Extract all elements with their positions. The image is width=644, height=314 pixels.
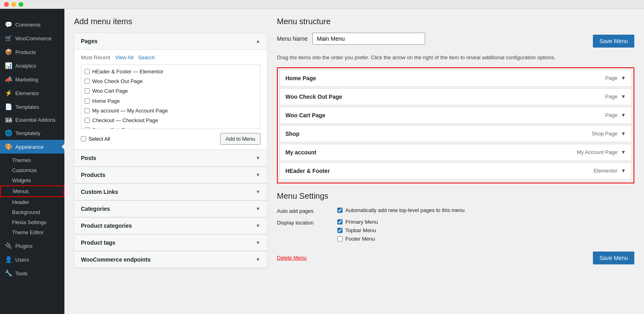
- menu-item-checkout: Woo Check Out Page Page ▼: [279, 88, 632, 105]
- sidebar-item-templates[interactable]: 📄 Templates: [0, 100, 64, 114]
- footer-menu-row[interactable]: Footer Menu: [337, 236, 378, 242]
- save-menu-button-top[interactable]: Save Menu: [593, 35, 634, 48]
- sidebar-sub-menus[interactable]: Menus: [0, 185, 64, 197]
- posts-panel-header[interactable]: Posts ▼: [74, 150, 267, 166]
- sidebar-sub-theme-editor[interactable]: Theme Editor: [0, 227, 64, 237]
- sidebar-sub-background[interactable]: Background: [0, 207, 64, 217]
- categories-chevron-icon: ▼: [256, 206, 260, 212]
- sidebar-item-templately[interactable]: 🌐 Templately: [0, 126, 64, 140]
- product-tags-chevron-icon: ▼: [256, 240, 260, 245]
- page-checkbox-5[interactable]: [85, 118, 90, 123]
- menu-item-myaccount-chevron[interactable]: ▼: [621, 149, 626, 155]
- pages-panel-header[interactable]: Pages ▲: [74, 33, 267, 50]
- woocommerce-endpoints-panel-header[interactable]: WooCommerce endpoints ▼: [74, 252, 267, 268]
- menu-item-checkout-right: Page ▼: [605, 94, 626, 100]
- primary-menu-row[interactable]: Primary Menu: [337, 219, 378, 225]
- close-button[interactable]: [4, 2, 9, 7]
- page-item-6[interactable]: Cart — Cart Page: [85, 127, 257, 129]
- tab-search[interactable]: Search: [138, 54, 155, 60]
- topbar-menu-row[interactable]: Topbar Menu: [337, 227, 378, 233]
- tab-most-recent[interactable]: Most Recent: [81, 54, 110, 60]
- auto-add-pages-checkbox[interactable]: [337, 208, 343, 213]
- sidebar-sub-widgets[interactable]: Widgets: [0, 175, 64, 185]
- woocommerce-endpoints-chevron-icon: ▼: [256, 257, 260, 262]
- sidebar-item-comments[interactable]: 💬 Comments: [0, 18, 64, 31]
- product-tags-panel-header[interactable]: Product tags ▼: [74, 235, 267, 251]
- main-content: Add menu items Pages ▲ Most Recent View …: [64, 0, 644, 314]
- footer-row: Delete Menu Save Menu: [277, 247, 634, 269]
- sidebar-arrow: [62, 143, 64, 150]
- topbar-menu-label: Topbar Menu: [345, 227, 376, 233]
- maximize-button[interactable]: [19, 2, 23, 7]
- menu-name-input[interactable]: [312, 33, 425, 45]
- sidebar-sub-themes[interactable]: Themes: [0, 155, 64, 165]
- menu-item-header-footer-chevron[interactable]: ▼: [621, 168, 626, 174]
- page-checkbox-3[interactable]: [85, 98, 90, 104]
- add-to-menu-button[interactable]: Add to Menu: [220, 133, 260, 145]
- menu-item-myaccount-type: My Account Page: [577, 149, 617, 155]
- pages-checkbox-list: HEader & Footer — Elementor Woo Check Ou…: [81, 64, 260, 129]
- menu-item-cart-chevron[interactable]: ▼: [621, 112, 626, 118]
- page-item-1[interactable]: Woo Check Out Page: [85, 78, 257, 85]
- sidebar-item-analytics[interactable]: 📊 Analytics: [0, 59, 64, 73]
- primary-menu-checkbox[interactable]: [337, 219, 343, 225]
- page-checkbox-0[interactable]: [85, 69, 90, 74]
- page-item-4[interactable]: My account — My Account Page: [85, 107, 257, 114]
- menu-item-header-footer-right: Elementor ▼: [594, 168, 626, 174]
- product-categories-panel: Product categories ▼: [74, 218, 267, 235]
- templates-icon: 📄: [5, 103, 12, 110]
- page-checkbox-6[interactable]: [85, 127, 90, 129]
- posts-panel: Posts ▼: [74, 150, 267, 167]
- topbar-menu-checkbox[interactable]: [337, 228, 343, 233]
- sidebar-item-products[interactable]: 📦 Products: [0, 45, 64, 59]
- plugins-icon: 🔌: [5, 242, 12, 250]
- woocommerce-endpoints-panel: WooCommerce endpoints ▼: [74, 252, 267, 268]
- sidebar-item-users[interactable]: 👤 Users: [0, 253, 64, 266]
- sidebar-item-plugins[interactable]: 🔌 Plugins: [0, 239, 64, 253]
- page-checkbox-2[interactable]: [85, 88, 90, 94]
- delete-menu-link[interactable]: Delete Menu: [277, 255, 307, 261]
- products-panel-label: Products: [81, 172, 105, 178]
- page-checkbox-4[interactable]: [85, 108, 90, 113]
- page-item-3[interactable]: Home Page: [85, 98, 257, 105]
- tab-view-all[interactable]: View All: [115, 54, 133, 60]
- sidebar-item-essential-addons[interactable]: EA Essential Addons: [0, 114, 64, 126]
- minimize-button[interactable]: [11, 2, 16, 7]
- sidebar-item-tools[interactable]: 🔧 Tools: [0, 266, 64, 280]
- page-item-5[interactable]: Checkout — Checkout Page: [85, 117, 257, 124]
- menu-item-checkout-chevron[interactable]: ▼: [621, 94, 626, 100]
- menu-item-home-chevron[interactable]: ▼: [621, 75, 626, 81]
- product-tags-panel-label: Product tags: [81, 239, 116, 246]
- menu-name-label: Menu Name: [277, 35, 308, 42]
- menu-item-home-label: Home Page: [285, 75, 316, 81]
- sidebar-item-marketing[interactable]: 📣 Marketing: [0, 73, 64, 86]
- menu-item-home-right: Page ▼: [605, 75, 626, 81]
- custom-links-panel-header[interactable]: Custom Links ▼: [74, 184, 267, 200]
- sidebar-sub-customize[interactable]: Customize: [0, 165, 64, 175]
- appearance-icon: 🎨: [5, 143, 12, 150]
- sidebar-item-woocommerce[interactable]: 🛒 WooCommerce: [0, 31, 64, 45]
- menu-item-shop-chevron[interactable]: ▼: [621, 131, 626, 137]
- select-all-checkbox[interactable]: [81, 136, 86, 141]
- users-icon: 👤: [5, 256, 12, 263]
- page-checkbox-1[interactable]: [85, 79, 90, 84]
- sidebar-item-elementor[interactable]: ⚡ Elementor: [0, 86, 64, 100]
- menu-item-home-type: Page: [605, 75, 617, 81]
- sidebar-item-appearance[interactable]: 🎨 Appearance: [0, 140, 64, 154]
- sidebar-sub-header[interactable]: Header: [0, 197, 64, 207]
- sidebar-sub-flexia[interactable]: Flexia Settings: [0, 217, 64, 227]
- menu-item-checkout-label: Woo Check Out Page: [285, 94, 342, 100]
- product-categories-panel-header[interactable]: Product categories ▼: [74, 218, 267, 234]
- products-panel: Products ▼: [74, 167, 267, 184]
- menu-item-header-footer: HEader & Footer Elementor ▼: [279, 162, 632, 179]
- categories-panel-header[interactable]: Categories ▼: [74, 201, 267, 217]
- custom-links-chevron-icon: ▼: [256, 189, 260, 195]
- select-all-label[interactable]: Select All: [81, 136, 110, 142]
- page-item-2[interactable]: Woo Cart Page: [85, 87, 257, 95]
- save-menu-button-bottom[interactable]: Save Menu: [593, 252, 634, 264]
- essential-addons-icon: EA: [5, 117, 12, 123]
- footer-menu-checkbox[interactable]: [337, 236, 343, 241]
- page-item-0[interactable]: HEader & Footer — Elementor: [85, 68, 257, 75]
- products-panel-header[interactable]: Products ▼: [74, 167, 267, 183]
- posts-panel-label: Posts: [81, 155, 96, 161]
